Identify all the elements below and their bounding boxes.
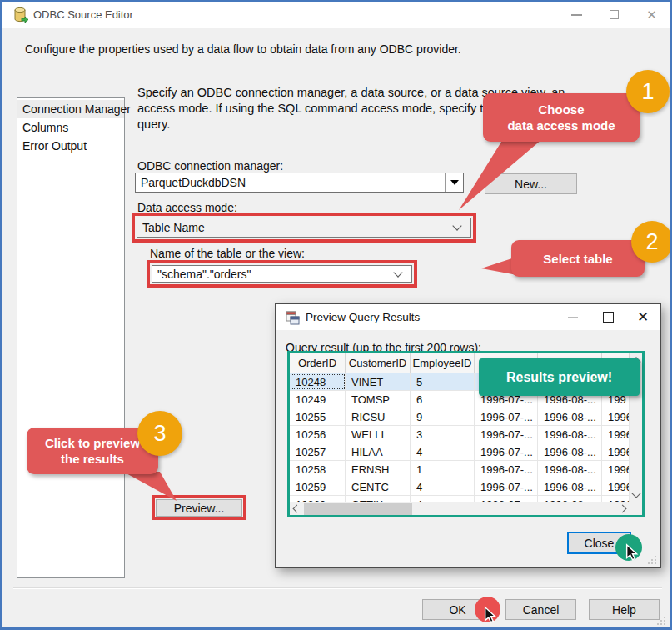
table-cell[interactable]: 1996-08-... bbox=[538, 478, 602, 495]
table-cell[interactable]: 1996 bbox=[602, 443, 630, 460]
odbc-source-editor-window: ODBC Source Editor ✕ Configure the prope… bbox=[0, 0, 672, 630]
table-cell[interactable]: 6 bbox=[411, 391, 475, 408]
table-cell[interactable]: 1996-08-... bbox=[538, 426, 602, 442]
cancel-button[interactable]: Cancel bbox=[505, 599, 576, 620]
sidebar-item-columns[interactable]: Columns bbox=[17, 118, 124, 137]
preview-dialog-title: Preview Query Results bbox=[306, 311, 420, 323]
step1-text-line1: Choose bbox=[538, 102, 584, 118]
resize-grip-icon[interactable] bbox=[657, 617, 666, 626]
table-name-highlight bbox=[147, 260, 417, 288]
table-cell[interactable]: 10257 bbox=[290, 443, 346, 460]
table-row[interactable]: 10258ERNSH11996-07-...1996-08-...1996 bbox=[290, 461, 630, 478]
data-access-mode-highlight bbox=[132, 212, 476, 242]
table-cell[interactable]: 10259 bbox=[290, 478, 346, 495]
preview-query-results-dialog: Preview Query Results ✕ Query result (up… bbox=[275, 303, 661, 568]
table-cell[interactable]: RICSU bbox=[346, 408, 411, 425]
grid-column-header[interactable]: OrderID bbox=[290, 353, 346, 372]
table-cell[interactable]: 1996-07-... bbox=[475, 478, 538, 495]
minimize-button[interactable] bbox=[558, 2, 595, 28]
table-row[interactable]: 10255RICSU91996-07-...1996-08-...1996 bbox=[290, 408, 630, 426]
table-row[interactable]: 10257HILAA41996-07-...1996-08-...1996 bbox=[290, 443, 630, 461]
table-cell[interactable]: 1996-07-... bbox=[475, 426, 538, 442]
preview-minimize-button[interactable] bbox=[555, 304, 590, 330]
odbc-connection-combobox[interactable]: ParquetDuckdbDSN bbox=[135, 172, 464, 192]
preview-close-button[interactable]: ✕ bbox=[625, 304, 660, 330]
scroll-down-icon bbox=[631, 488, 640, 498]
table-cell[interactable]: 1996 bbox=[602, 408, 630, 425]
table-cell[interactable]: 3 bbox=[411, 426, 475, 442]
maximize-button[interactable] bbox=[595, 2, 633, 28]
table-cell[interactable]: OTTIK bbox=[346, 496, 411, 502]
table-cell[interactable]: 1 bbox=[411, 461, 475, 478]
table-row[interactable]: 10259CENTC41996-07-...1996-08-...1996 bbox=[290, 478, 630, 496]
preview-dialog-title-bar: Preview Query Results ✕ bbox=[276, 304, 660, 330]
table-cell[interactable]: 1996 bbox=[602, 478, 630, 495]
close-icon: ✕ bbox=[637, 310, 649, 324]
table-cell[interactable]: CENTC bbox=[346, 478, 411, 495]
maximize-icon bbox=[610, 10, 619, 19]
table-cell[interactable]: 4 bbox=[411, 443, 475, 460]
step3-text-line1: Click to preview bbox=[45, 435, 140, 451]
sidebar-item-error-output[interactable]: Error Output bbox=[17, 137, 124, 155]
table-cell[interactable]: 1996-08-... bbox=[538, 408, 602, 425]
minimize-icon bbox=[571, 14, 582, 16]
help-button[interactable]: Help bbox=[589, 599, 660, 620]
grid-column-header[interactable]: EmployeeID bbox=[411, 353, 475, 372]
scrollbar-thumb[interactable] bbox=[304, 503, 412, 515]
title-bar: ODBC Source Editor ✕ bbox=[2, 2, 670, 28]
table-cell[interactable]: 1996 bbox=[602, 426, 630, 442]
scroll-right-icon bbox=[619, 505, 627, 513]
table-name-label: Name of the table or the view: bbox=[150, 247, 305, 260]
table-cell[interactable]: 5 bbox=[411, 373, 475, 390]
table-cell[interactable]: 1996-07- bbox=[475, 496, 538, 502]
table-cell[interactable]: 10258 bbox=[290, 461, 346, 478]
odbc-connection-value: ParquetDuckdbDSN bbox=[136, 176, 445, 189]
table-cell[interactable]: 1996 bbox=[602, 496, 630, 502]
results-preview-callout: Results preview! bbox=[479, 358, 640, 396]
horizontal-scrollbar[interactable] bbox=[290, 502, 630, 515]
step2-number-badge: 2 bbox=[631, 221, 672, 262]
table-cell[interactable]: 9 bbox=[411, 408, 475, 425]
table-cell[interactable]: 1996-08- bbox=[538, 496, 602, 502]
resize-grip-icon[interactable] bbox=[648, 556, 657, 565]
step3-callout-tail bbox=[120, 471, 180, 504]
table-row[interactable]: 10256WELLI31996-07-...1996-08-...1996 bbox=[290, 426, 630, 443]
table-cell[interactable]: 1996-08-... bbox=[538, 443, 602, 460]
step1-callout-tail bbox=[455, 138, 555, 213]
table-cell[interactable]: TOMSP bbox=[346, 391, 411, 408]
step2-callout: Select table bbox=[511, 240, 645, 277]
preview-maximize-button[interactable] bbox=[590, 304, 625, 330]
table-cell[interactable]: 1996-07-... bbox=[475, 408, 538, 425]
sidebar-item-connection-manager[interactable]: Connection Manager bbox=[17, 100, 124, 118]
table-cell[interactable]: WELLI bbox=[346, 426, 411, 442]
minimize-icon bbox=[568, 317, 578, 318]
table-cell[interactable]: 1996-08-... bbox=[538, 461, 602, 478]
table-cell[interactable]: 1996-07-... bbox=[475, 443, 538, 460]
step1-callout: Choose data access mode bbox=[483, 93, 640, 142]
dialog-description: Configure the properties used by a data … bbox=[25, 42, 461, 56]
table-cell[interactable]: 1996 bbox=[602, 461, 630, 478]
table-row[interactable]: 10260OTTIK41996-07-1996-08-1996 bbox=[290, 496, 630, 502]
table-cell[interactable]: 10248 bbox=[290, 373, 346, 390]
window-title: ODBC Source Editor bbox=[33, 8, 133, 21]
odbc-source-icon bbox=[12, 7, 29, 23]
table-cell[interactable]: 10249 bbox=[290, 391, 346, 408]
table-cell[interactable]: ERNSH bbox=[346, 461, 411, 478]
table-cell[interactable]: 10256 bbox=[290, 426, 346, 442]
table-cell[interactable]: 1996-07-... bbox=[475, 461, 538, 478]
odbc-connection-label: ODBC connection manager: bbox=[137, 159, 283, 172]
step1-text-line2: data access mode bbox=[507, 118, 615, 133]
step3-text-line2: the results bbox=[61, 451, 124, 467]
close-button[interactable]: ✕ bbox=[633, 2, 670, 28]
table-cell[interactable]: 10255 bbox=[290, 408, 346, 425]
table-cell[interactable]: VINET bbox=[346, 373, 411, 390]
table-cell[interactable]: 4 bbox=[411, 478, 475, 495]
grid-column-header[interactable]: CustomerID bbox=[346, 353, 411, 372]
table-cell[interactable]: 4 bbox=[411, 496, 475, 502]
instructions-line3: query. bbox=[137, 118, 170, 131]
table-cell[interactable]: HILAA bbox=[346, 443, 411, 460]
step3-number-badge: 3 bbox=[137, 411, 182, 456]
step1-number-badge: 1 bbox=[626, 70, 670, 113]
table-cell[interactable]: 10260 bbox=[290, 496, 346, 502]
maximize-icon bbox=[603, 312, 614, 322]
